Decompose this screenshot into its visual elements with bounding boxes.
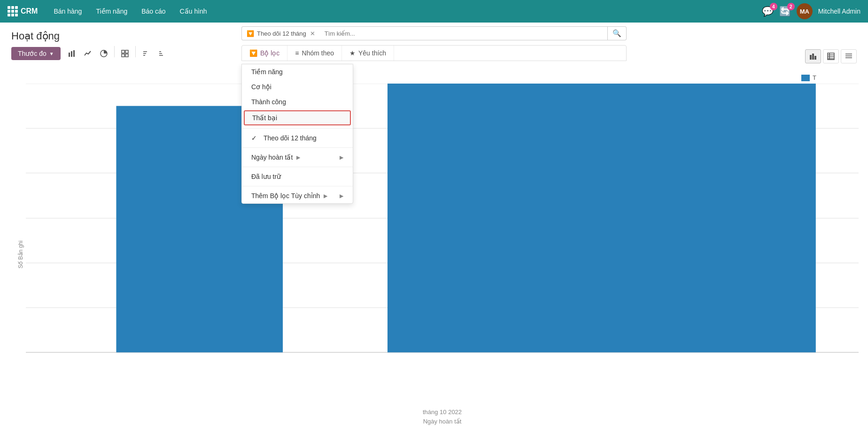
- chat-notifications-button[interactable]: 💬 4: [762, 6, 774, 17]
- tiem-nang-label: Tiềm năng: [251, 68, 283, 76]
- list-icon: ≡: [295, 49, 299, 57]
- submenu-arrow-icon: ▶: [296, 154, 300, 161]
- submenu-arrow-2-icon: ▶: [324, 193, 327, 199]
- dropdown-divider-2: [242, 147, 353, 148]
- dropdown-divider-3: [242, 167, 353, 167]
- filter-da-luu-tru[interactable]: Đã lưu trữ: [242, 169, 353, 184]
- ngay-hoan-tat-label: Ngày hoàn tất: [251, 154, 293, 161]
- thanh-cong-label: Thành công: [251, 98, 286, 106]
- legend-label: T: [813, 74, 816, 81]
- filter-ngay-hoan-tat[interactable]: Ngày hoàn tất ▶: [242, 150, 353, 165]
- tab-yeu-thich-label: Yêu thích: [358, 49, 386, 57]
- menu-cau-hinh[interactable]: Cấu hình: [173, 5, 214, 18]
- theo-doi-label: Theo dõi 12 tháng: [264, 134, 317, 142]
- bar-thang10: [388, 84, 816, 353]
- main-menu: Bán hàng Tiềm năng Báo cáo Cấu hình: [47, 5, 213, 18]
- search-button[interactable]: 🔍: [608, 26, 627, 40]
- chart-legend: T: [801, 74, 816, 81]
- menu-bao-cao[interactable]: Báo cáo: [135, 5, 172, 18]
- that-bai-label: Thất bại: [252, 114, 277, 122]
- menu-tiem-nang[interactable]: Tiềm năng: [89, 5, 134, 18]
- filter-theo-doi-12-thang[interactable]: ✓ Theo dõi 12 tháng: [242, 131, 353, 146]
- tab-yeu-thich[interactable]: ★ Yêu thích: [342, 46, 394, 61]
- them-tuy-chinh-label: Thêm Bộ lọc Tùy chỉnh: [251, 192, 320, 200]
- dropdown-divider-4: [242, 186, 353, 186]
- filter-tab-bar: 🔽 Bộ lọc ≡ Nhóm theo ★ Yêu thích: [241, 45, 627, 61]
- filter-thanh-cong[interactable]: Thành công: [242, 94, 353, 109]
- filter-icon: 🔽: [247, 30, 254, 37]
- active-filter-tag: 🔽 Theo dõi 12 tháng ✕: [241, 26, 320, 40]
- chart-container: T Số Bản ghi 0 2 4 6 8 10 12 tháng 10: [0, 69, 868, 439]
- top-right-actions: 💬 4 🔄 2 MA Mitchell Admin: [762, 3, 860, 19]
- x-label-type: Ngày hoàn tất: [423, 418, 462, 425]
- star-icon: ★: [349, 49, 356, 57]
- app-name: CRM: [21, 7, 38, 15]
- tab-bo-loc-label: Bộ lọc: [260, 49, 279, 57]
- updates-button[interactable]: 🔄 2: [779, 6, 791, 17]
- tab-bo-loc[interactable]: 🔽 Bộ lọc: [242, 46, 287, 61]
- chart-svg: 0 2 4 6 8 10 12: [26, 84, 859, 406]
- filter-them-tuy-chinh[interactable]: Thêm Bộ lọc Tùy chỉnh ▶: [242, 188, 353, 203]
- search-input[interactable]: [320, 26, 608, 40]
- tab-nhom-theo-label: Nhóm theo: [302, 49, 334, 57]
- avatar[interactable]: MA: [797, 3, 813, 19]
- top-navigation: CRM Bán hàng Tiềm năng Báo cáo Cấu hình …: [0, 0, 868, 23]
- filter-icon: 🔽: [249, 49, 257, 57]
- filter-dropdown-menu: Tiềm năng Cơ hội Thành công Thất bại ✓ T…: [241, 64, 353, 204]
- co-hoi-label: Cơ hội: [251, 83, 271, 91]
- checkmark-icon: ✓: [251, 134, 257, 142]
- filter-co-hoi[interactable]: Cơ hội: [242, 79, 353, 94]
- menu-ban-hang[interactable]: Bán hàng: [47, 5, 88, 18]
- remove-filter-button[interactable]: ✕: [310, 30, 315, 37]
- logo-grid-icon: [8, 6, 18, 16]
- dropdown-divider-1: [242, 128, 353, 129]
- da-luu-tru-label: Đã lưu trữ: [251, 173, 281, 180]
- tab-nhom-theo[interactable]: ≡ Nhóm theo: [287, 46, 342, 61]
- updates-badge: 2: [787, 3, 795, 10]
- y-axis-label: Số Bản ghi: [17, 240, 24, 268]
- username-label[interactable]: Mitchell Admin: [818, 8, 860, 15]
- filter-tiem-nang[interactable]: Tiềm năng: [242, 64, 353, 79]
- chat-badge: 4: [770, 3, 777, 10]
- legend-color-block: [801, 75, 810, 81]
- filter-that-bai[interactable]: Thất bại: [244, 110, 351, 125]
- filter-tag-label: Theo dõi 12 tháng: [257, 30, 306, 37]
- app-logo[interactable]: CRM: [8, 6, 38, 16]
- x-label-month: tháng 10 2022: [423, 408, 462, 416]
- search-bar: 🔽 Theo dõi 12 tháng ✕ 🔍: [241, 26, 627, 40]
